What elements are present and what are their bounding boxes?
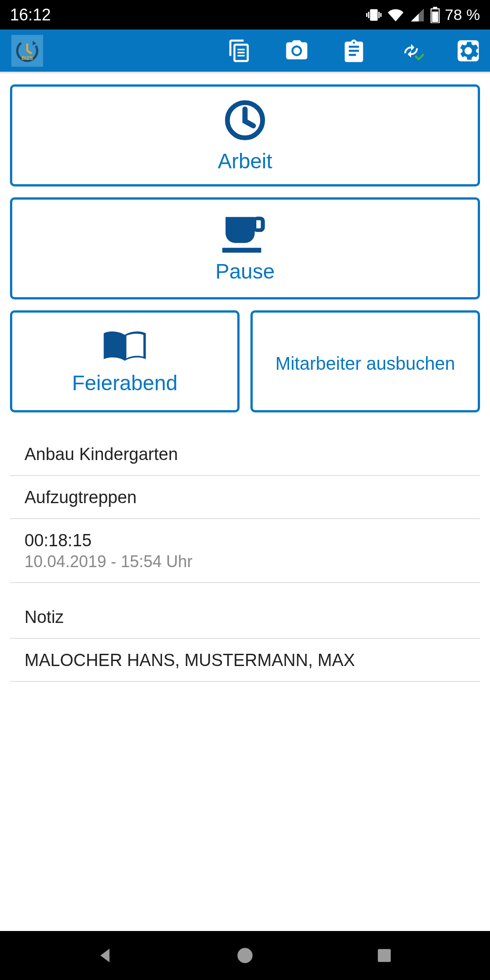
svg-rect-9 bbox=[238, 55, 245, 56]
arbeit-button[interactable]: Arbeit bbox=[10, 84, 480, 186]
nav-bar bbox=[0, 931, 490, 980]
datetime-value: 10.04.2019 - 15:54 Uhr bbox=[24, 552, 466, 571]
camera-icon[interactable] bbox=[284, 38, 309, 64]
pause-label: Pause bbox=[216, 259, 274, 284]
sync-icon[interactable] bbox=[398, 38, 424, 64]
nav-home-button[interactable] bbox=[231, 942, 259, 969]
status-icons: 78 % bbox=[366, 6, 480, 24]
svg-rect-7 bbox=[238, 49, 245, 50]
signal-icon bbox=[410, 7, 425, 23]
book-icon bbox=[102, 328, 147, 366]
checkout-button[interactable]: Mitarbeiter ausbuchen bbox=[250, 310, 480, 412]
app-bar: BIZS bbox=[0, 29, 490, 74]
coffee-icon bbox=[222, 214, 268, 255]
status-bar: 16:12 78 % bbox=[0, 0, 490, 29]
battery-icon bbox=[431, 7, 440, 23]
arbeit-label: Arbeit bbox=[218, 149, 272, 173]
app-logo: BIZS bbox=[11, 35, 43, 67]
main-content: Arbeit Pause Feierabend Mi bbox=[0, 74, 490, 682]
svg-rect-16 bbox=[377, 949, 391, 962]
button-row: Feierabend Mitarbeiter ausbuchen bbox=[10, 310, 480, 412]
nav-back-button[interactable] bbox=[92, 942, 119, 969]
feierabend-label: Feierabend bbox=[72, 371, 178, 395]
wifi-icon bbox=[387, 7, 404, 23]
feierabend-button[interactable]: Feierabend bbox=[10, 310, 240, 412]
status-time: 16:12 bbox=[10, 5, 51, 24]
app-bar-actions bbox=[227, 38, 481, 64]
settings-icon[interactable] bbox=[456, 38, 481, 64]
checkout-label: Mitarbeiter ausbuchen bbox=[275, 353, 455, 374]
copy-icon[interactable] bbox=[227, 38, 252, 64]
workers-row[interactable]: MALOCHER HANS, MUSTERMANN, MAX bbox=[10, 639, 480, 682]
task-name: Aufzugtreppen bbox=[24, 488, 466, 507]
svg-line-5 bbox=[27, 51, 32, 54]
time-row[interactable]: 00:18:15 10.04.2019 - 15:54 Uhr bbox=[10, 519, 480, 583]
vibrate-icon bbox=[366, 7, 382, 23]
battery-percent: 78 % bbox=[445, 6, 480, 24]
info-list: Anbau Kindergarten Aufzugtreppen 00:18:1… bbox=[10, 433, 480, 682]
note-label: Notiz bbox=[24, 608, 466, 627]
project-row[interactable]: Anbau Kindergarten bbox=[10, 433, 480, 476]
svg-rect-14 bbox=[222, 248, 261, 253]
duration-value: 00:18:15 bbox=[24, 531, 466, 550]
project-name: Anbau Kindergarten bbox=[24, 445, 466, 464]
clipboard-icon[interactable] bbox=[341, 38, 367, 64]
svg-point-15 bbox=[237, 948, 252, 963]
nav-recent-button[interactable] bbox=[371, 942, 398, 969]
task-row[interactable]: Aufzugtreppen bbox=[10, 476, 480, 519]
svg-text:BIZS: BIZS bbox=[21, 55, 33, 61]
clock-icon bbox=[223, 98, 267, 144]
pause-button[interactable]: Pause bbox=[10, 197, 480, 299]
note-row[interactable]: Notiz bbox=[10, 596, 480, 639]
workers-value: MALOCHER HANS, MUSTERMANN, MAX bbox=[24, 651, 466, 670]
svg-rect-8 bbox=[238, 52, 245, 53]
svg-rect-2 bbox=[432, 11, 438, 22]
svg-rect-13 bbox=[256, 220, 260, 228]
